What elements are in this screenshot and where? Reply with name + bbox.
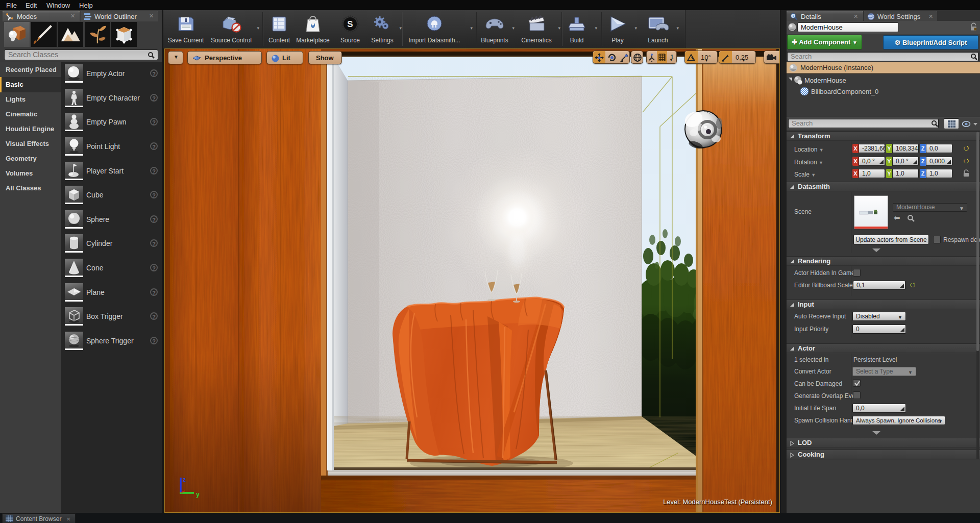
svg-text:i: i	[793, 14, 794, 18]
svg-text:y: y	[196, 491, 200, 498]
svg-text:z: z	[183, 476, 186, 483]
svg-text:S: S	[347, 19, 353, 29]
